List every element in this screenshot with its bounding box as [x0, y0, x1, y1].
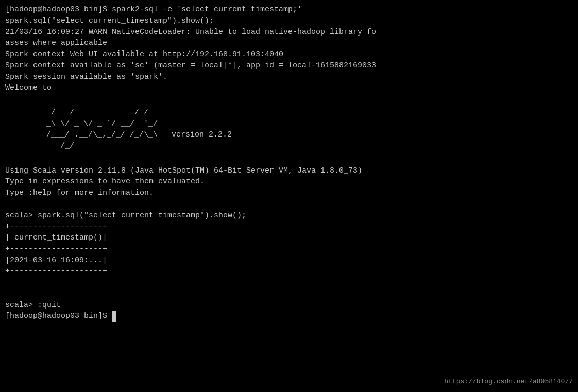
asses-line: asses where applicable — [5, 38, 573, 49]
empty-2 — [5, 199, 573, 210]
quit-command: scala> :quit — [5, 300, 573, 311]
ascii-line-4: /___/ .__/\_,_/_/ /_/\_\ version 2.2.2 — [46, 129, 573, 141]
scala-version: Using Scala version 2.11.8 (Java HotSpot… — [5, 165, 573, 177]
empty-3 — [5, 277, 573, 288]
session-line: Spark session available as 'spark'. — [5, 72, 573, 83]
command-line: [hadoop@hadoop03 bin]$ spark2-sql -e 'se… — [5, 4, 573, 15]
ascii-line-1: ____ __ — [46, 96, 573, 107]
table-value: |2021-03-16 16:09:...| — [5, 255, 573, 266]
terminal-window: [hadoop@hadoop03 bin]$ spark2-sql -e 'se… — [0, 0, 578, 392]
table-border-3: +--------------------+ — [5, 266, 573, 277]
ascii-line-5: /_/ — [46, 141, 573, 152]
type-expressions: Type in expressions to have them evaluat… — [5, 176, 573, 188]
warn-line: 21/03/16 16:09:27 WARN NativeCodeLoader:… — [5, 27, 573, 38]
scala-prompt: scala> spark.sql("select current_timesta… — [5, 210, 573, 221]
type-help: Type :help for more information. — [5, 188, 573, 199]
ascii-line-3: _\ \/ _ \/ _ `/ __/ '_/ — [46, 118, 573, 130]
show-line: spark.sql("select current_timestamp").sh… — [5, 15, 573, 27]
spark-ascii-art: ____ __ / __/__ ___ _____/ /__ _\ \/ _ \… — [26, 96, 573, 152]
table-border-1: +--------------------+ — [5, 221, 573, 232]
final-prompt: [hadoop@hadoop03 bin]$ — [5, 311, 573, 322]
welcome-line: Welcome to — [5, 82, 573, 94]
empty-1 — [5, 154, 573, 165]
sc-line: Spark context available as 'sc' (master … — [5, 60, 573, 72]
watermark: https://blog.csdn.net/a805814077 — [444, 377, 573, 387]
ascii-line-2: / __/__ ___ _____/ /__ — [46, 107, 573, 118]
table-header: | current_timestamp()| — [5, 232, 573, 244]
webui-line: Spark context Web UI available at http:/… — [5, 49, 573, 60]
table-border-2: +--------------------+ — [5, 244, 573, 255]
empty-4 — [5, 288, 573, 300]
